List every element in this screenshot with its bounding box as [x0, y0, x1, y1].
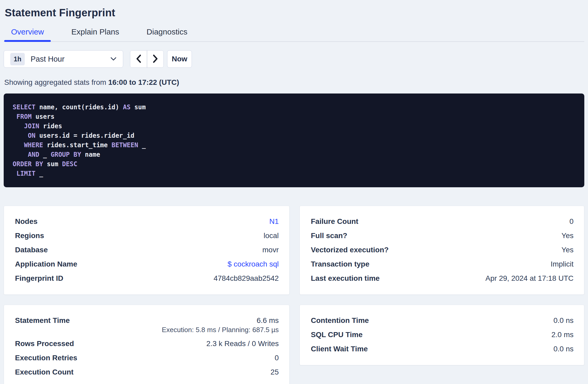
stat-label: Rows Processed — [15, 339, 74, 348]
stat-value-link[interactable]: N1 — [269, 217, 279, 226]
stat-row: Failure Count0 — [311, 214, 574, 229]
stat-label: Execution Count — [15, 368, 73, 376]
stat-row: Regionslocal — [15, 229, 279, 243]
stat-value-wrap: 0 — [275, 354, 279, 362]
tab-explain-plans[interactable]: Explain Plans — [64, 24, 126, 41]
card-statement-details: NodesN1RegionslocalDatabasemovrApplicati… — [4, 206, 290, 295]
stat-value: 25 — [271, 368, 279, 376]
stat-value: movr — [262, 246, 279, 254]
stat-row: Databasemovr — [15, 243, 279, 257]
stat-value-wrap: Yes — [561, 232, 574, 240]
stat-label: Database — [15, 246, 48, 254]
stat-value: 2.0 ms — [551, 331, 574, 339]
time-range-label: Past Hour — [31, 55, 64, 63]
stat-value-wrap: 2.0 ms — [551, 331, 574, 339]
stat-label: Regions — [15, 232, 44, 240]
aggregated-stats-prefix: Showing aggregated stats from — [4, 78, 108, 86]
stat-value-wrap: 25 — [271, 368, 279, 376]
stat-value: Implicit — [551, 260, 574, 268]
tab-bar: OverviewExplain PlansDiagnostics — [4, 24, 584, 42]
stat-row: Last execution timeApr 29, 2024 at 17:18… — [311, 271, 574, 285]
stat-row: Vectorized execution?Yes — [311, 243, 574, 257]
stat-row: SQL CPU Time2.0 ms — [311, 328, 574, 342]
stat-label: SQL CPU Time — [311, 331, 363, 339]
stat-label: Last execution time — [311, 274, 380, 283]
chevron-down-icon — [110, 57, 117, 61]
stat-value-wrap: 0.0 ns — [554, 345, 574, 353]
stat-value: 0.0 ns — [554, 316, 574, 325]
stat-row: Application Name$ cockroach sql — [15, 257, 279, 271]
stat-value: 6.6 ms — [162, 316, 279, 325]
card-statement-timing: Statement Time6.6 msExecution: 5.8 ms / … — [4, 305, 290, 384]
stat-value: 4784cb829aab2542 — [213, 274, 279, 283]
next-time-button[interactable] — [147, 51, 163, 67]
time-range-badge: 1h — [10, 53, 25, 65]
sql-line: ORDER BY sum DESC — [13, 159, 575, 169]
stat-value: Yes — [561, 232, 574, 240]
stat-value: 0.0 ns — [554, 345, 574, 353]
stat-value-wrap: $ cockroach sql — [227, 260, 279, 268]
statement-fingerprint-page: Statement Fingerprint OverviewExplain Pl… — [0, 7, 588, 384]
stat-value-wrap: 2.3 k Reads / 0 Writes — [206, 339, 279, 348]
stat-value-wrap: N1 — [269, 217, 279, 226]
chevron-right-icon — [152, 54, 158, 64]
time-controls: 1h Past Hour Now — [4, 50, 584, 68]
stat-value-wrap: 0.0 ns — [554, 316, 574, 325]
summary-cards: NodesN1RegionslocalDatabasemovrApplicati… — [4, 206, 584, 384]
stat-value-wrap: Yes — [561, 246, 574, 254]
now-button[interactable]: Now — [167, 50, 192, 68]
stat-label: Execution Retries — [15, 354, 77, 362]
sql-line: SELECT name, count(rides.id) AS sum — [13, 102, 575, 112]
stat-label: Contention Time — [311, 316, 369, 325]
stat-row: Contention Time0.0 ns — [311, 313, 574, 328]
stat-row: Rows Processed2.3 k Reads / 0 Writes — [15, 337, 279, 351]
tab-diagnostics[interactable]: Diagnostics — [140, 24, 194, 41]
stat-value: Yes — [561, 246, 574, 254]
stat-value-wrap: movr — [262, 246, 279, 254]
stat-value-wrap: 6.6 msExecution: 5.8 ms / Planning: 687.… — [162, 316, 279, 334]
stat-value-wrap: 0 — [569, 217, 574, 226]
stat-row: Execution Retries0 — [15, 351, 279, 365]
stat-row: Execution Count25 — [15, 365, 279, 379]
previous-time-button[interactable] — [130, 51, 147, 67]
aggregated-stats-note: Showing aggregated stats from 16:00 to 1… — [4, 78, 584, 87]
stat-label: Vectorized execution? — [311, 246, 389, 254]
stat-value: 0 — [275, 354, 279, 362]
chevron-left-icon — [136, 54, 142, 64]
stat-row: Client Wait Time0.0 ns — [311, 342, 574, 356]
stat-value: 0 — [569, 217, 574, 226]
stat-value: local — [263, 232, 279, 240]
sql-line: ON users.id = rides.rider_id — [13, 131, 575, 140]
sql-line: LIMIT _ — [13, 169, 575, 178]
card-execution-attributes: Failure Count0Full scan?YesVectorized ex… — [300, 206, 584, 295]
stat-label: Fingerprint ID — [15, 274, 63, 283]
stat-label: Full scan? — [311, 232, 347, 240]
stat-subvalue: Execution: 5.8 ms / Planning: 687.5 µs — [162, 326, 279, 334]
sql-line: JOIN rides — [13, 121, 575, 131]
stat-value-wrap: Apr 29, 2024 at 17:18 UTC — [485, 274, 574, 283]
sql-line: AND _ GROUP BY name — [13, 150, 575, 159]
stat-label: Application Name — [15, 260, 77, 268]
stat-label: Nodes — [15, 217, 38, 226]
stat-row: Statement Time6.6 msExecution: 5.8 ms / … — [15, 313, 279, 337]
page-title: Statement Fingerprint — [5, 7, 584, 18]
stat-value-wrap: local — [263, 232, 279, 240]
stat-label: Client Wait Time — [311, 345, 368, 353]
stat-row: Full scan?Yes — [311, 229, 574, 243]
card-wait-timing: Contention Time0.0 nsSQL CPU Time2.0 msC… — [300, 305, 584, 365]
stat-row: Transaction typeImplicit — [311, 257, 574, 271]
sql-line: WHERE rides.start_time BETWEEN _ — [13, 140, 575, 150]
time-range-dropdown[interactable]: 1h Past Hour — [4, 50, 123, 68]
stat-value-wrap: Implicit — [551, 260, 574, 268]
sql-line: FROM users — [13, 112, 575, 121]
time-step-group — [130, 50, 164, 68]
aggregated-stats-range: 16:00 to 17:22 (UTC) — [108, 78, 179, 86]
sql-statement-box: SELECT name, count(rides.id) AS sum FROM… — [4, 93, 584, 187]
stat-label: Failure Count — [311, 217, 358, 226]
stat-label: Transaction type — [311, 260, 370, 268]
stat-row: NodesN1 — [15, 214, 279, 229]
tab-overview[interactable]: Overview — [4, 24, 51, 41]
stat-value-link[interactable]: $ cockroach sql — [227, 260, 279, 268]
stat-row: Fingerprint ID4784cb829aab2542 — [15, 271, 279, 285]
stat-label: Statement Time — [15, 316, 70, 325]
